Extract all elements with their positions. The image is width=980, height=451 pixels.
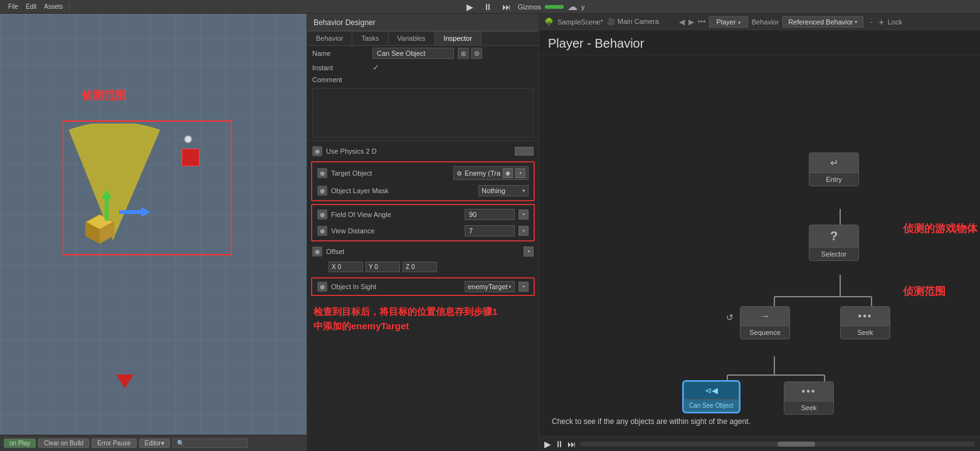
can-see-label: Can See Object <box>684 400 739 411</box>
red-triangle <box>116 374 134 388</box>
entry-icon: ↵ <box>830 157 838 169</box>
view-value[interactable]: 7 <box>465 225 515 236</box>
player-dropdown-btn[interactable]: Player ▾ <box>709 16 747 28</box>
z-field[interactable] <box>403 262 437 272</box>
lock-btn[interactable]: Lock <box>888 18 902 26</box>
toolbar-file[interactable]: File <box>5 3 21 11</box>
layer-arrow: ▾ <box>522 188 525 194</box>
node-selector[interactable]: ? Selector <box>809 225 859 261</box>
comment-area[interactable] <box>312 88 534 138</box>
node-can-see[interactable]: ⊲◀ Can See Object <box>683 381 739 412</box>
sight-menu-btn[interactable]: • <box>519 282 529 292</box>
behavior-static-label: Behavior <box>752 18 779 26</box>
instant-checkbox[interactable]: ✓ <box>372 63 379 72</box>
view-label: View Distance <box>331 227 461 235</box>
step-button[interactable]: ⏭ <box>499 1 514 13</box>
blue-arrow <box>119 207 150 219</box>
nav-back[interactable]: ◀ <box>679 18 685 26</box>
playback-next[interactable]: ⏭ <box>567 439 576 449</box>
node-sequence[interactable]: → Sequence <box>740 306 790 339</box>
ref-behavior-label: Referenced Behavior <box>788 18 853 26</box>
main-camera: 🎥 Main Camera <box>607 18 659 26</box>
playback-bar: ▶ ⏸ ⏭ <box>539 436 980 451</box>
ref-behavior-btn[interactable]: Referenced Behavior ▾ <box>782 16 863 28</box>
description-text: Check to see if the any objects are with… <box>552 417 967 426</box>
nav-forward[interactable]: ▶ <box>688 18 694 26</box>
scrollbar-track[interactable] <box>580 442 975 447</box>
editor-button[interactable]: Editor▾ <box>139 438 170 448</box>
toolbar-edit[interactable]: Edit <box>23 3 40 11</box>
bd-panel: Behavior Designer Behavior Tasks Variabl… <box>307 14 539 451</box>
svg-marker-5 <box>102 189 112 221</box>
target-menu-btn[interactable]: • <box>515 168 525 178</box>
store-annotation: 检查到目标后，将目标的位置信息存到步骤1中添加的enemyTarget <box>307 299 539 339</box>
node-entry-header: ↵ <box>809 153 858 173</box>
instant-label: Instant <box>312 64 369 72</box>
divider-1 <box>69 3 70 11</box>
scene-bottom-bar: on Play Clear on Build Error Pause Edito… <box>0 435 307 451</box>
dots-menu: ••• <box>698 18 706 26</box>
main-area: 侦测范围 <box>0 14 980 451</box>
pause-button[interactable]: ⏸ <box>480 1 495 13</box>
dash-separator: - <box>870 18 872 26</box>
target-pick-btn[interactable]: ◉ <box>503 168 513 178</box>
toolbar-assets[interactable]: Assets <box>41 3 66 11</box>
node-seek-right[interactable]: ••• Seek <box>840 306 890 339</box>
target-group: ⊕ Target Object ⚙ Enemy (Tra ◉ • ⊕ Objec… <box>311 161 535 201</box>
annotation-game-object: 侦测的游戏物体 <box>903 221 977 236</box>
seek-right-icon: ••• <box>858 310 873 322</box>
svg-marker-6 <box>119 207 150 217</box>
physics-toggle[interactable] <box>515 147 534 156</box>
blue-arrow-svg <box>119 207 150 217</box>
comment-label: Comment <box>312 76 369 83</box>
view-menu-btn[interactable]: • <box>519 226 529 236</box>
description-area: Check to see if the any objects are with… <box>552 417 967 426</box>
name-icon-1[interactable]: ⊞ <box>458 48 469 59</box>
node-entry[interactable]: ↵ Entry <box>809 152 859 186</box>
on-play-button[interactable]: on Play <box>4 438 36 448</box>
tab-tasks[interactable]: Tasks <box>352 31 388 45</box>
play-button[interactable]: ▶ <box>463 1 477 13</box>
xyz-group <box>329 262 437 272</box>
sight-dropdown[interactable]: enemyTarget ▾ <box>465 281 515 292</box>
fov-value[interactable]: 90 <box>465 209 515 220</box>
tab-behavior[interactable]: Behavior <box>307 31 352 45</box>
layer-label: Object Layer Mask <box>331 187 475 194</box>
light-sphere <box>185 136 191 142</box>
offset-menu-btn[interactable]: • <box>524 247 534 257</box>
playback-pause[interactable]: ⏸ <box>555 439 564 449</box>
seek-right-label: Seek <box>841 326 890 339</box>
comment-row: Comment <box>307 74 539 85</box>
name-icon-2[interactable]: ⚙ <box>471 48 482 59</box>
tab-inspector[interactable]: Inspector <box>435 31 482 45</box>
sight-row: ⊕ Object In Sight enemyTarget ▾ • <box>312 279 534 295</box>
add-btn[interactable]: + <box>878 17 883 27</box>
letter-y: y <box>581 3 585 11</box>
graph-canvas[interactable]: ↵ Entry ? Selector → Sequence ↺ <box>539 55 980 451</box>
clear-on-build-button[interactable]: Clear on Build <box>38 438 89 448</box>
node-seek-bottom[interactable]: ••• Seek <box>784 381 834 415</box>
name-field-icons: ⊞ ⚙ <box>458 48 482 59</box>
playback-play[interactable]: ▶ <box>544 439 551 449</box>
fov-mag-icon: ⊕ <box>317 210 327 220</box>
target-object-row: ⊕ Target Object ⚙ Enemy (Tra ◉ • <box>312 164 534 183</box>
bd-title: Behavior Designer <box>313 18 376 27</box>
ref-arrow: ▾ <box>855 19 858 25</box>
fov-group: ⊕ Field Of View Angle 90 • ⊕ View Distan… <box>311 204 535 241</box>
search-input[interactable] <box>172 438 248 448</box>
xyz-row <box>307 259 539 275</box>
bd-tabs: Behavior Tasks Variables Inspector <box>307 31 539 46</box>
annotation-range: 侦测范围 <box>903 284 946 299</box>
graph-title: Player - Behavior <box>539 30 980 55</box>
name-input[interactable] <box>372 48 454 59</box>
fov-label: Field Of View Angle <box>331 211 461 218</box>
y-field[interactable] <box>366 262 400 272</box>
fov-row: ⊕ Field Of View Angle 90 • <box>312 206 534 223</box>
error-pause-button[interactable]: Error Pause <box>92 438 136 448</box>
x-field[interactable] <box>329 262 363 272</box>
tab-variables[interactable]: Variables <box>389 31 435 45</box>
layer-dropdown[interactable]: Nothing ▾ <box>478 185 529 196</box>
sequence-icon: → <box>760 310 770 322</box>
physics-mag-icon: ⊕ <box>312 146 322 156</box>
fov-menu-btn[interactable]: • <box>519 210 529 220</box>
